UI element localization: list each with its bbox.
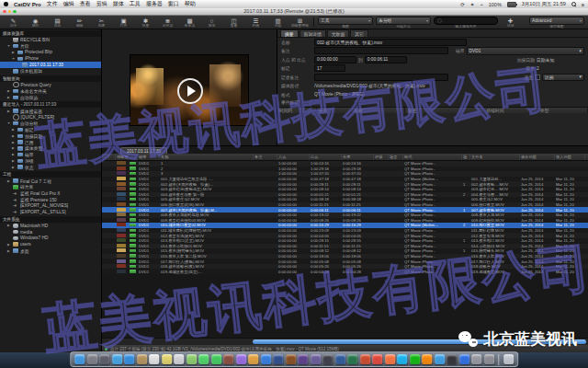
- sidebar-item-2017-03-11-17-33[interactable]: 2017.03.11 17:33: [0, 62, 101, 68]
- sidebar-item--export_al_stills-[interactable]: ➜[EXPORT_AL_STILLS]: [0, 209, 101, 215]
- disclosure-closed-icon[interactable]: ▶: [11, 159, 16, 163]
- toolbar-button-batch[interactable]: ✱批量: [136, 17, 155, 28]
- in-point-field[interactable]: 0:00:00:00: [314, 56, 356, 63]
- menu-item-2[interactable]: 查看: [80, 0, 91, 8]
- toolbar-button-export[interactable]: ▤导出: [48, 17, 67, 28]
- volume-status-icon[interactable]: ⌁: [480, 2, 482, 7]
- spotlight-icon[interactable]: [571, 2, 576, 6]
- mark-field[interactable]: 17: [314, 64, 345, 72]
- menu-item-0[interactable]: 文件: [47, 0, 58, 8]
- sidebar-item--[interactable]: ▶标记: [0, 127, 101, 133]
- toolbar-button-list-view[interactable]: ☰列表: [246, 17, 266, 28]
- table-row[interactable]: DVD1012-夜景车流(延时).MOV0:00:00:000:00:04:05…: [102, 233, 588, 238]
- event-column-5[interactable]: 类型: [538, 108, 588, 113]
- dock-icon-notes[interactable]: [162, 354, 172, 364]
- disclosure-closed-icon[interactable]: ▶: [6, 96, 11, 99]
- column-header-13[interactable]: 场: [462, 154, 470, 160]
- column-header-15[interactable]: 修改日期: [520, 154, 555, 160]
- dock-icon-mission-control[interactable]: [99, 354, 109, 364]
- out-point-field[interactable]: 0:00:06:11: [365, 56, 407, 63]
- dock-icon-powerpoint[interactable]: [360, 354, 370, 364]
- sidebar-item--[interactable]: ▼自动分组: [0, 121, 101, 127]
- dock-icon-app-store[interactable]: [261, 354, 271, 364]
- sidebar-item-previous-query[interactable]: Previous Query: [0, 82, 101, 88]
- airplay-status-icon[interactable]: ✦: [470, 2, 475, 7]
- column-header-14[interactable]: 文件名: [470, 154, 520, 160]
- details-tab-1[interactable]: 剪辑详情: [300, 29, 326, 37]
- sidebar-item--[interactable]: 碎片库: [0, 184, 101, 190]
- table-row[interactable]: DVD1003-超市灯光(夜晚选景).MOV0:00:00:000:00:08:…: [102, 187, 588, 192]
- column-header-2[interactable]: 缩略图: [116, 154, 129, 160]
- table-row[interactable]: DVD1010-城市路口夜景02.MOV0:00:00:000:00:16:29…: [102, 223, 588, 228]
- dock-icon-final-cut[interactable]: [322, 354, 333, 364]
- dock-icon-photoshop[interactable]: [273, 354, 283, 364]
- toolbar-button-view[interactable]: ◫查看: [224, 17, 243, 28]
- menu-item-1[interactable]: 编辑: [63, 0, 74, 8]
- sidebar-item-windows7-hd[interactable]: Windows7 HD: [0, 236, 101, 242]
- column-header-9[interactable]: 长度: [342, 154, 374, 160]
- sidebar-item--[interactable]: ▶状态: [0, 164, 101, 170]
- dock-icon-photo-booth[interactable]: [223, 354, 233, 364]
- menu-item-3[interactable]: 剪辑: [96, 0, 107, 8]
- menu-item-5[interactable]: 工具: [130, 0, 141, 8]
- event-column-4[interactable]: 持续时间: [484, 108, 537, 113]
- column-header-8[interactable]: 出点: [310, 154, 342, 160]
- menu-item-7[interactable]: 窗口: [168, 0, 179, 8]
- dock-icon-premiere[interactable]: [298, 354, 308, 364]
- details-tab-0[interactable]: 摘要: [280, 29, 299, 37]
- table-row[interactable]: DVD1013-夜市档口(近景).MOV0:00:00:000:00:28:15…: [102, 238, 588, 244]
- sidebar-item-final-cut-7-[interactable]: ▶Final Cut 7 工程: [0, 178, 101, 184]
- table-row[interactable]: DVD1006-街口夜景(灯光).MOV0:00:00:000:00:11:25…: [102, 202, 588, 208]
- toolbar-button-logger[interactable]: ≣记录器: [158, 17, 177, 28]
- toolbar-button-open[interactable]: ▣打开: [114, 17, 133, 28]
- sidebar-item-media[interactable]: media: [0, 229, 101, 236]
- sidebar-item--[interactable]: ▶未命名文件夹: [0, 88, 101, 95]
- column-header-11[interactable]: 场景: [389, 154, 403, 160]
- dock-icon-mail[interactable]: [124, 354, 134, 364]
- name-field[interactable]: 002-超市(天黑的夜晚、快素).mov: [314, 39, 467, 46]
- sidebar-item--export_al_movies-[interactable]: ➜[EXPORT_AL_MOVIES]: [0, 202, 101, 209]
- disclosure-open-icon[interactable]: ▼: [6, 44, 11, 48]
- table-tab[interactable]: 2017.03.11 17:33: [120, 147, 167, 154]
- sidebar-item--[interactable]: ▶媒体类型: [0, 145, 101, 152]
- dock-icon-itunes[interactable]: [236, 354, 246, 364]
- dock-icon-firefox[interactable]: [385, 354, 395, 364]
- column-header-16[interactable]: 导入日期: [555, 154, 585, 160]
- column-header-12[interactable]: 格式: [403, 154, 462, 160]
- disclosure-open-icon[interactable]: ▼: [11, 57, 16, 61]
- view-dropdown[interactable]: 工具▾: [318, 17, 373, 25]
- table-row[interactable]: DVD1001-大厦墙边创意取景选段 -…0:00:00:000:00:47:1…: [102, 177, 588, 182]
- sidebar-item--[interactable]: ▶磁带: [0, 152, 101, 158]
- dock-icon-word[interactable]: [335, 354, 345, 364]
- dock-icon-illustrator[interactable]: [286, 354, 296, 364]
- dock-icon-trash[interactable]: [503, 354, 514, 364]
- disclosure-closed-icon[interactable]: ▶: [11, 128, 16, 132]
- table-row[interactable]: DVD1018-超市收银台(夜).MOV0:00:00:000:00:05:26…: [102, 264, 588, 270]
- dock-icon-ibooks[interactable]: [248, 354, 258, 364]
- sidebar-item--[interactable]: 仅本机剪辑: [0, 68, 101, 75]
- sync-status-icon[interactable]: ⟳: [460, 2, 465, 7]
- speed-checkbox[interactable]: [535, 75, 540, 80]
- dock-icon-facetime[interactable]: [211, 354, 221, 364]
- toolbar-button-search[interactable]: ○搜索: [202, 17, 221, 28]
- dock-icon-after-effects[interactable]: [311, 354, 321, 364]
- sidebar-item--final-cut-pro-x[interactable]: ➜监视 Final Cut Pro X: [0, 190, 101, 197]
- menu-item-4[interactable]: 媒体: [113, 0, 124, 8]
- sidebar-item--[interactable]: ▶媒体搜索器: [0, 108, 101, 114]
- sidebar-item--[interactable]: ▶桌面: [0, 247, 101, 254]
- event-column-2[interactable]: 名称: [352, 108, 405, 113]
- column-header-1[interactable]: [109, 154, 116, 160]
- column-header-5[interactable]: 名称: [160, 154, 254, 160]
- table-row[interactable]: DVD1016-夜市人群 第二段.MOV0:00:00:000:00:18:06…: [102, 254, 588, 259]
- apple-menu-icon[interactable]: [4, 2, 8, 6]
- column-header-6[interactable]: 备注: [254, 154, 277, 160]
- sidebar-item--[interactable]: ▶评级: [0, 158, 101, 165]
- toolbar-button-server[interactable]: ▦服务器: [180, 17, 199, 28]
- table-row[interactable]: DVD1002-超市(天黑的夜晚、快素)…0:00:00:000:00:28:1…: [102, 181, 588, 187]
- sidebar-item--quick_filter-[interactable]: [QUICK_FILTER]: [0, 114, 101, 121]
- app-menu-title[interactable]: CatDV Pro: [14, 2, 41, 7]
- disclosure-closed-icon[interactable]: ▶: [11, 134, 16, 138]
- sidebar-item--[interactable]: ▶自动筛选: [0, 94, 101, 100]
- table-row[interactable]: DVD1009-夜景灯光街拍03.MOV0:00:00:000:00:08:26…: [102, 218, 588, 224]
- details-tab-3[interactable]: 其它: [350, 29, 368, 37]
